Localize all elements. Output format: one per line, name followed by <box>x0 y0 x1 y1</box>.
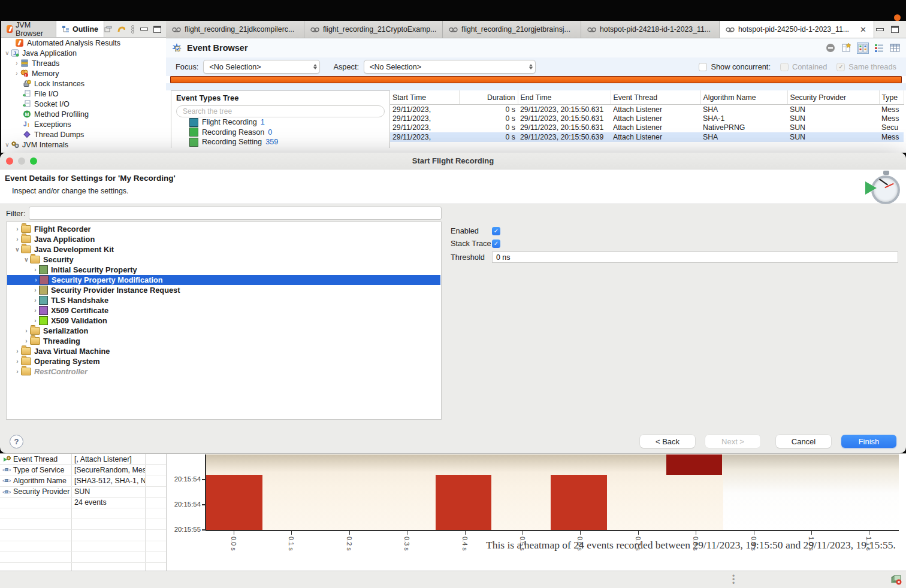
chevron-down-icon[interactable]: ∨ <box>14 246 21 253</box>
next-button[interactable]: Next > <box>705 435 760 448</box>
chevron-right-icon[interactable]: › <box>32 287 39 293</box>
minimize-view-icon[interactable] <box>140 28 148 31</box>
sidebar-item-java-application[interactable]: ∨JJava Application <box>1 48 166 58</box>
settings-tree-item-x509-validation[interactable]: ›X509 Validation <box>7 316 441 326</box>
sidebar-item-method-profiling[interactable]: MMethod Profiling <box>1 109 166 119</box>
editor-tab-4[interactable]: hotspot-pid-24250-id-1-2023_11...✕ <box>720 21 874 38</box>
sidebar-item-lock-instances[interactable]: Lock Instances <box>1 78 166 89</box>
sidebar-item-threads[interactable]: ›Threads <box>1 58 166 68</box>
tab-outline[interactable]: Outline <box>56 21 104 37</box>
chevron-right-icon[interactable]: › <box>23 338 30 344</box>
chevron-down-icon[interactable]: ∨ <box>4 141 11 148</box>
property-row[interactable]: <>Type of Service[SecureRandom, Mess <box>0 465 166 475</box>
cancel-button[interactable]: Cancel <box>776 435 831 448</box>
sidebar-item-automated-analysis-results[interactable]: Automated Analysis Results <box>1 38 166 48</box>
help-button[interactable]: ? <box>10 435 23 448</box>
collapse-all-icon[interactable] <box>104 26 112 33</box>
editor-tab-0[interactable]: flight_recording_21jdkcompilerc... <box>166 21 304 38</box>
settings-tree-item-java-application[interactable]: ›Java Application <box>7 234 441 244</box>
event-type-item[interactable]: Recording Reason0 <box>176 128 385 138</box>
close-traffic-light[interactable] <box>6 157 13 165</box>
editor-tab-3[interactable]: hotspot-pid-24218-id-1-2023_11... <box>581 21 720 38</box>
list-view-icon[interactable] <box>874 44 884 52</box>
settings-tree-item-security-property-modification[interactable]: ›Security Property Modification <box>7 275 440 285</box>
sidebar-item-file-i-o[interactable]: File I/O <box>1 89 166 99</box>
event-table-header[interactable]: Start TimeDurationEnd TimeEvent ThreadAl… <box>390 90 904 105</box>
column-header-event-thread[interactable]: Event Thread <box>611 90 700 105</box>
event-type-item[interactable]: Flight Recording1 <box>176 117 385 128</box>
finish-button[interactable]: Finish <box>841 435 896 448</box>
chevron-down-icon[interactable]: ∨ <box>4 50 11 56</box>
property-row[interactable]: Event Thread[, Attach Listener] <box>0 454 166 465</box>
chevron-right-icon[interactable]: › <box>14 226 21 232</box>
column-header-duration[interactable]: Duration <box>459 90 518 105</box>
settings-tree-item-flight-recorder[interactable]: ›Flight Recorder <box>7 224 441 234</box>
sidebar-item-memory[interactable]: ›!Memory <box>1 68 166 78</box>
settings-tree-item-java-development-kit[interactable]: ∨Java Development Kit <box>7 244 441 254</box>
wrench-icon[interactable] <box>117 26 125 33</box>
threshold-input[interactable] <box>492 251 898 263</box>
enabled-checkbox[interactable]: ✓ <box>492 227 500 235</box>
same-threads-checkbox[interactable]: ✓ <box>836 63 845 71</box>
close-tab-icon[interactable]: ✕ <box>859 25 868 34</box>
search-input[interactable] <box>176 105 385 117</box>
chevron-right-icon[interactable]: › <box>13 60 20 66</box>
filter-input[interactable] <box>29 207 442 220</box>
table-row[interactable]: 29/11/2023,0 s29/11/2023, 20:15:50.639At… <box>390 132 904 141</box>
minimize-editor-icon[interactable] <box>876 28 884 31</box>
chevron-right-icon[interactable]: › <box>14 368 21 375</box>
pane-resize-handle[interactable]: ••• <box>732 574 735 585</box>
event-type-item[interactable]: Recording Setting359 <box>176 137 385 147</box>
zoom-traffic-light[interactable] <box>30 157 37 165</box>
settings-tree-item-java-virtual-machine[interactable]: ›Java Virtual Machine <box>7 346 441 356</box>
sidebar-item-thread-dumps[interactable]: Thread Dumps <box>1 129 166 140</box>
chevron-right-icon[interactable]: › <box>13 70 20 77</box>
sidebar-item-exceptions[interactable]: J!Exceptions <box>1 119 166 129</box>
column-header-start-time[interactable]: Start Time <box>390 90 459 105</box>
property-row[interactable]: <>Algorithm Name[SHA3-512, SHA-1, Na <box>0 475 166 486</box>
column-header-end-time[interactable]: End Time <box>518 90 611 105</box>
new-page-star-icon[interactable] <box>841 43 851 53</box>
table-row[interactable]: 29/11/2023,0 s29/11/2023, 20:15:50.631At… <box>390 123 904 132</box>
chevron-right-icon[interactable]: › <box>32 266 39 273</box>
settings-tree-item-x509-certificate[interactable]: ›X509 Certificate <box>7 305 441 316</box>
remove-filter-icon[interactable] <box>826 43 835 53</box>
settings-tree-item-initial-security-property[interactable]: ›Initial Security Property <box>7 265 441 275</box>
contained-checkbox[interactable] <box>780 63 789 71</box>
maximize-view-icon[interactable] <box>153 26 161 33</box>
settings-tree-item-security[interactable]: ∨Security <box>7 254 441 265</box>
chevron-right-icon[interactable]: › <box>14 236 21 243</box>
link-with-editor-icon[interactable] <box>131 25 135 34</box>
settings-tree-item-operating-system[interactable]: ›Operating System <box>7 356 441 366</box>
chevron-down-icon[interactable]: ∨ <box>23 256 30 263</box>
property-row[interactable]: <>Security ProviderSUN <box>0 487 166 498</box>
settings-tree-item-serialization[interactable]: ›Serialization <box>7 326 441 336</box>
chevron-right-icon[interactable]: › <box>32 297 39 304</box>
table-view-icon[interactable] <box>890 44 900 52</box>
table-row[interactable]: 29/11/2023,0 s29/11/2023, 20:15:50.631At… <box>390 114 904 123</box>
sidebar-item-socket-i-o[interactable]: Socket I/O <box>1 99 166 109</box>
focus-select[interactable]: <No Selection> <box>203 60 320 74</box>
settings-tree-item-threading[interactable]: ›Threading <box>7 336 441 346</box>
tab-jvm-browser[interactable]: JVM Browser <box>1 21 56 37</box>
column-header-type[interactable]: Type <box>879 90 904 105</box>
chevron-right-icon[interactable]: › <box>14 358 21 365</box>
background-jobs-icon[interactable] <box>891 575 902 585</box>
dialog-titlebar[interactable]: Start Flight Recording <box>0 153 906 169</box>
column-header-security-provider[interactable]: Security Provider <box>787 90 879 105</box>
settings-tree-item-tls-handshake[interactable]: ›TLS Handshake <box>7 295 441 305</box>
show-concurrent-checkbox[interactable] <box>699 63 707 71</box>
chevron-right-icon[interactable]: › <box>32 317 39 324</box>
stack-trace-checkbox[interactable]: ✓ <box>492 240 500 248</box>
chevron-right-icon[interactable]: › <box>32 307 39 314</box>
editor-tab-1[interactable]: flight_recording_21CryptoExamp... <box>304 21 443 38</box>
chevron-right-icon[interactable]: › <box>14 348 21 354</box>
properties-view-icon[interactable] <box>857 43 868 53</box>
chevron-right-icon[interactable]: › <box>23 328 30 334</box>
editor-tab-2[interactable]: flight_recording_21orgjetbrainsj... <box>443 21 581 38</box>
back-button[interactable]: < Back <box>640 435 695 448</box>
maximize-editor-icon[interactable] <box>891 26 899 33</box>
table-row[interactable]: 29/11/2023,0 s29/11/2023, 20:15:50.631At… <box>390 105 904 114</box>
settings-tree-item-security-provider-instance-request[interactable]: ›Security Provider Instance Request <box>7 285 441 295</box>
minimize-traffic-light[interactable] <box>18 157 25 165</box>
